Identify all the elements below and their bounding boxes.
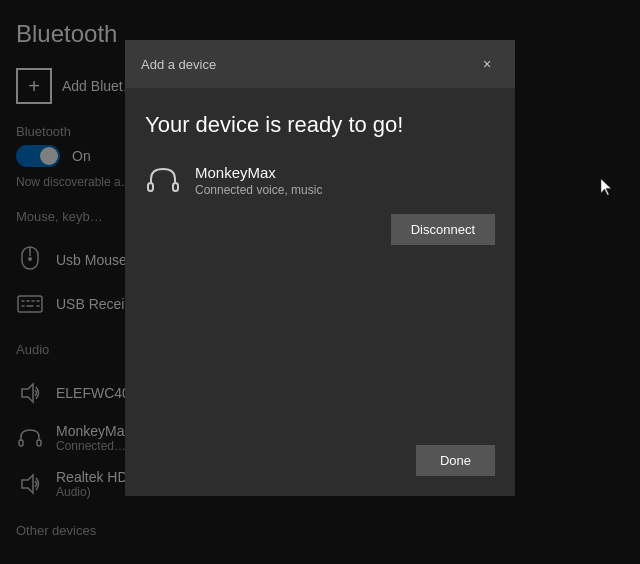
modal-headphone-icon xyxy=(145,162,181,198)
modal-spacer xyxy=(145,275,495,435)
modal-header: Add a device × xyxy=(125,40,515,88)
modal-device-sub: Connected voice, music xyxy=(195,183,322,197)
modal-device-info: MonkeyMax Connected voice, music xyxy=(195,164,322,197)
modal-device-row: MonkeyMax Connected voice, music xyxy=(145,162,495,198)
modal-bottom-actions: Done xyxy=(145,435,495,476)
modal-top-actions: Disconnect xyxy=(145,214,495,245)
modal-device-name: MonkeyMax xyxy=(195,164,322,181)
modal-main-title: Your device is ready to go! xyxy=(145,112,495,138)
add-device-modal: Add a device × Your device is ready to g… xyxy=(125,40,515,496)
done-button[interactable]: Done xyxy=(416,445,495,476)
svg-rect-16 xyxy=(173,183,178,191)
svg-rect-15 xyxy=(148,183,153,191)
modal-close-button[interactable]: × xyxy=(475,52,499,76)
modal-overlay: Add a device × Your device is ready to g… xyxy=(0,0,640,564)
modal-header-title: Add a device xyxy=(141,57,216,72)
disconnect-button[interactable]: Disconnect xyxy=(391,214,495,245)
modal-body: Your device is ready to go! MonkeyMax Co… xyxy=(125,88,515,496)
